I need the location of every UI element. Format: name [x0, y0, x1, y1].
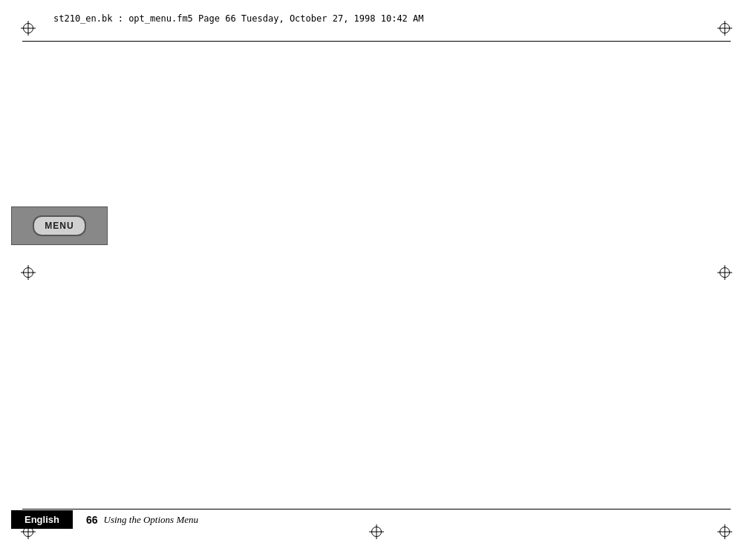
- crosshair-mid-right: [717, 265, 732, 280]
- menu-button[interactable]: MENU: [33, 215, 85, 236]
- crosshair-top-left: [21, 21, 36, 36]
- page-container: st210_en.bk : opt_menu.fm5 Page 66 Tuesd…: [0, 0, 753, 560]
- bottom-border: [22, 509, 731, 509]
- crosshair-top-right: [717, 21, 732, 36]
- menu-button-container: MENU: [11, 206, 108, 245]
- english-badge: English: [11, 510, 73, 529]
- footer: English 66 Using the Options Menu: [0, 510, 753, 529]
- top-border: [22, 41, 731, 42]
- header-text: st210_en.bk : opt_menu.fm5 Page 66 Tuesd…: [53, 13, 424, 24]
- page-number: 66: [86, 514, 98, 526]
- crosshair-mid-left: [21, 265, 36, 280]
- page-caption: Using the Options Menu: [104, 514, 198, 526]
